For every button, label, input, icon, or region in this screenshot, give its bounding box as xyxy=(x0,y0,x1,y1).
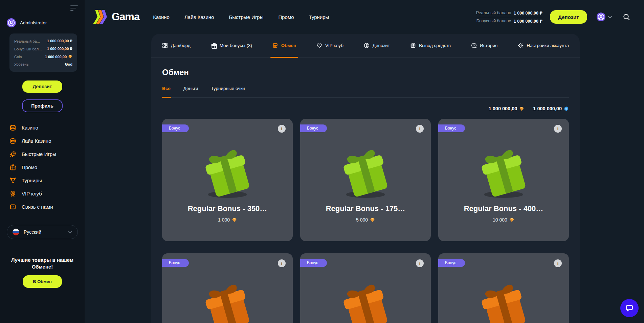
gift-icon xyxy=(211,43,217,48)
shop-item-card[interactable]: Бонусi xyxy=(162,253,293,323)
page-title: Обмен xyxy=(162,68,569,77)
gem-orange-icon xyxy=(519,106,524,111)
nav-item[interactable]: Казино xyxy=(153,14,170,20)
nav-item[interactable]: Промо xyxy=(278,14,294,20)
chevron-down-icon xyxy=(68,231,72,233)
sidebar-item-label: Промо xyxy=(22,164,37,170)
info-icon[interactable]: i xyxy=(278,259,286,267)
sidebar-item-label: Быстрые Игры xyxy=(22,151,56,157)
sidebar-profile-button[interactable]: Профиль xyxy=(22,99,63,112)
chat-bubble-icon xyxy=(625,303,634,313)
search-icon[interactable] xyxy=(623,13,630,21)
tab-exchange[interactable]: Обмен xyxy=(272,34,296,57)
wallet-balance: 1 000 000,00 xyxy=(533,106,569,111)
brand-logo[interactable]: Gama xyxy=(93,10,139,24)
bonus-badge: Бонус xyxy=(162,259,189,267)
nav-item[interactable]: Лайв Казино xyxy=(184,14,214,20)
tab-history[interactable]: История xyxy=(471,34,497,57)
shop-item-card[interactable]: Бонусi xyxy=(438,253,569,323)
nav-item[interactable]: Быстрые Игры xyxy=(229,14,263,20)
user-avatar-icon xyxy=(597,13,605,21)
sidebar-item-tournaments[interactable]: Турниры xyxy=(9,174,85,187)
account-menu[interactable] xyxy=(597,13,612,21)
gift-image xyxy=(471,141,536,199)
sidebar-user[interactable]: Administrator xyxy=(0,0,85,27)
crown-circle-icon xyxy=(9,138,16,144)
hamburger-menu-icon[interactable] xyxy=(70,5,79,13)
sidebar-deposit-button[interactable]: Депозит xyxy=(22,80,62,93)
item-price: 5 000 xyxy=(300,217,431,223)
language-selector[interactable]: Русский xyxy=(7,225,78,239)
to-exchange-button[interactable]: В Обмен xyxy=(23,275,62,288)
tab-settings[interactable]: Настройки аккаунта xyxy=(518,34,569,57)
sidebar: Administrator Реальный ба...1 000 000,00… xyxy=(0,0,85,323)
info-icon[interactable]: i xyxy=(278,125,286,133)
tab-label: Настройки аккаунта xyxy=(527,43,569,48)
balance-label: Уровень xyxy=(14,62,28,66)
tab-withdraw[interactable]: Вывод средств xyxy=(410,34,451,57)
item-price: 10 000 xyxy=(438,217,569,223)
sidebar-item-live-casino[interactable]: Лайв Казино xyxy=(9,134,85,147)
account-tabs: ДашбордМои бонусы (3)ОбменVIP клубДепози… xyxy=(151,34,580,57)
tab-label: Вывод средств xyxy=(419,43,451,48)
coin-icon xyxy=(364,43,370,48)
chat-icon xyxy=(9,204,16,210)
sidebar-item-vip-club[interactable]: VIP клуб xyxy=(9,187,85,200)
header-right: Реальный баланс 1 000 000,00 ₽ Бонусный … xyxy=(476,9,630,25)
balance-value: 1 000 000,00 ₽ xyxy=(47,39,72,43)
header-deposit-button[interactable]: Депозит xyxy=(550,10,587,24)
sidebar-promo-banner: Лучшие товары в нашем Обмене! В Обмен xyxy=(5,257,80,288)
ru-flag-icon xyxy=(13,229,19,235)
bonus-badge: Бонус xyxy=(438,124,465,132)
tab-label: VIP клуб xyxy=(325,43,343,48)
shop-item-card[interactable]: БонусiRegular Bonus - 350…1 000 xyxy=(162,119,293,241)
gem-orange-icon xyxy=(509,217,514,223)
gem-orange-icon xyxy=(232,217,237,223)
sidebar-item-casino[interactable]: Казино xyxy=(9,121,85,134)
exchange-filters: ВсеДеньгиТурнирные очки xyxy=(162,86,569,98)
filter-money[interactable]: Деньги xyxy=(183,86,198,91)
sidebar-item-promo[interactable]: Промо xyxy=(9,161,85,174)
info-icon[interactable]: i xyxy=(416,259,424,267)
balance-label: Реальный ба... xyxy=(14,39,40,43)
main-nav: КазиноЛайв КазиноБыстрые ИгрыПромоТурнир… xyxy=(153,14,329,20)
history-icon xyxy=(471,43,477,48)
sidebar-item-contact[interactable]: Связь с нами xyxy=(9,200,85,213)
nav-item[interactable]: Турниры xyxy=(309,14,329,20)
tab-deposit[interactable]: Депозит xyxy=(364,34,390,57)
promo-text: Лучшие товары в нашем Обмене! xyxy=(5,257,80,270)
gift-icon xyxy=(9,164,16,171)
wallet-balances: 1 000 000,001 000 000,00 xyxy=(162,106,569,111)
chevron-down-icon xyxy=(608,16,612,18)
item-title: Regular Bonus - 350… xyxy=(162,204,293,213)
info-icon[interactable]: i xyxy=(554,125,562,133)
info-icon[interactable]: i xyxy=(554,259,562,267)
sidebar-balance-card: Реальный ба...1 000 000,00 ₽Бонусный бал… xyxy=(9,33,77,72)
gift-image xyxy=(333,276,398,323)
gem-orange-icon xyxy=(68,54,72,59)
filter-points[interactable]: Турнирные очки xyxy=(211,86,245,91)
tab-bonuses[interactable]: Мои бонусы (3) xyxy=(211,34,252,57)
tab-vip[interactable]: VIP клуб xyxy=(316,34,343,57)
rocket-icon xyxy=(9,151,16,158)
filter-all[interactable]: Все xyxy=(162,86,171,91)
shop-item-card[interactable]: БонусiRegular Bonus - 175…5 000 xyxy=(300,119,431,241)
chat-widget-button[interactable] xyxy=(620,299,639,317)
logo-chevrons-icon xyxy=(93,10,109,24)
tab-dashboard[interactable]: Дашборд xyxy=(162,34,191,57)
balance-row: УровеньGod xyxy=(14,61,72,68)
gift-image xyxy=(195,141,260,199)
item-title: Regular Bonus - 175… xyxy=(300,204,431,213)
sidebar-item-label: Лайв Казино xyxy=(22,138,51,144)
tab-label: Мои бонусы (3) xyxy=(220,43,252,48)
sidebar-item-label: Турниры xyxy=(22,178,42,183)
top-header: Gama КазиноЛайв КазиноБыстрые ИгрыПромоТ… xyxy=(85,0,644,34)
gift-image xyxy=(333,141,398,199)
balance-label: Бонусный бал... xyxy=(14,47,42,51)
sidebar-item-fast-games[interactable]: Быстрые Игры xyxy=(9,147,85,161)
shop-grid: БонусiRegular Bonus - 350…1 000БонусiReg… xyxy=(162,119,569,323)
info-icon[interactable]: i xyxy=(416,125,424,133)
shop-item-card[interactable]: Бонусi xyxy=(300,253,431,323)
coins-icon xyxy=(9,124,16,131)
shop-item-card[interactable]: БонусiRegular Bonus - 400…10 000 xyxy=(438,119,569,241)
